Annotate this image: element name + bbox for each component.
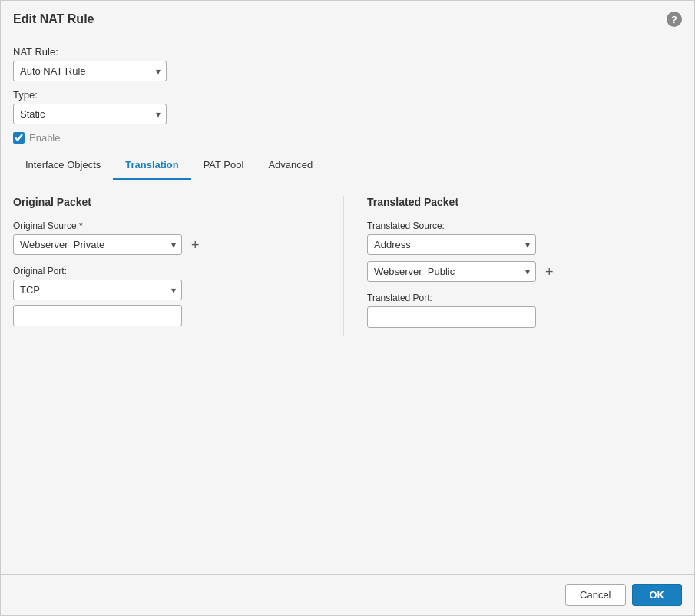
main-content: Original Packet Original Source:* Webser… — [13, 196, 682, 336]
original-source-select[interactable]: Webserver_Private — [13, 234, 182, 255]
original-source-row: Original Source:* Webserver_Private + — [13, 220, 328, 255]
help-icon[interactable]: ? — [667, 12, 682, 27]
enable-label: Enable — [29, 132, 60, 144]
original-packet-section: Original Packet Original Source:* Webser… — [13, 196, 344, 336]
translated-source-row: Translated Source: Address Destination I… — [367, 220, 682, 282]
nat-rule-row: NAT Rule: Auto NAT Rule — [13, 46, 682, 81]
original-source-select-wrapper[interactable]: Webserver_Private — [13, 234, 182, 255]
original-port-row: Original Port: TCP UDP — [13, 266, 328, 326]
translated-source-label: Translated Source: — [367, 220, 682, 231]
translated-source-type-select[interactable]: Address Destination Interface IP — [367, 234, 536, 255]
type-label: Type: — [13, 89, 682, 101]
dialog-header: Edit NAT Rule ? — [1, 1, 694, 35]
translated-source-add-button[interactable]: + — [542, 265, 557, 279]
ok-button[interactable]: OK — [632, 584, 683, 606]
translated-source-value-select[interactable]: Webserver_Public — [367, 261, 536, 282]
type-row: Type: Static Dynamic — [13, 89, 682, 124]
original-source-input-group: Webserver_Private + — [13, 234, 328, 255]
original-port-input[interactable] — [13, 305, 182, 326]
original-port-protocol-select[interactable]: TCP UDP — [13, 280, 182, 300]
original-packet-title: Original Packet — [13, 196, 328, 208]
nat-rule-select[interactable]: Auto NAT Rule — [13, 61, 167, 81]
tab-translation[interactable]: Translation — [113, 151, 190, 180]
dialog-title: Edit NAT Rule — [13, 12, 94, 26]
translated-source-value-wrapper[interactable]: Webserver_Public — [367, 261, 536, 282]
translated-packet-section: Translated Packet Translated Source: Add… — [344, 196, 682, 336]
translated-source-type-group: Address Destination Interface IP — [367, 234, 682, 255]
dialog-footer: Cancel OK — [1, 574, 694, 615]
original-port-label: Original Port: — [13, 266, 328, 277]
translated-port-label: Translated Port: — [367, 293, 682, 303]
tab-interface-objects[interactable]: Interface Objects — [13, 151, 113, 180]
original-source-add-button[interactable]: + — [188, 238, 203, 252]
nat-rule-select-wrapper[interactable]: Auto NAT Rule — [13, 61, 167, 81]
dialog-body: NAT Rule: Auto NAT Rule Type: Static Dyn… — [1, 35, 694, 615]
type-select-wrapper[interactable]: Static Dynamic — [13, 104, 167, 124]
translated-packet-title: Translated Packet — [367, 196, 682, 208]
tab-pat-pool[interactable]: PAT Pool — [191, 151, 256, 180]
enable-row: Enable — [13, 132, 682, 144]
cancel-button[interactable]: Cancel — [565, 584, 625, 606]
enable-checkbox[interactable] — [13, 132, 25, 144]
tab-advanced[interactable]: Advanced — [256, 151, 325, 180]
tabs-container: Interface Objects Translation PAT Pool A… — [13, 151, 682, 180]
type-select[interactable]: Static Dynamic — [13, 104, 167, 124]
translated-source-value-group: Webserver_Public + — [367, 261, 682, 282]
nat-rule-label: NAT Rule: — [13, 46, 682, 58]
translated-source-type-wrapper[interactable]: Address Destination Interface IP — [367, 234, 536, 255]
translated-port-input[interactable] — [367, 306, 536, 328]
original-port-protocol-wrapper[interactable]: TCP UDP — [13, 280, 182, 300]
translated-port-row: Translated Port: — [367, 293, 682, 328]
original-port-protocol-group: TCP UDP — [13, 280, 328, 300]
edit-nat-rule-dialog: Edit NAT Rule ? NAT Rule: Auto NAT Rule … — [0, 0, 695, 616]
original-source-label: Original Source:* — [13, 220, 328, 231]
